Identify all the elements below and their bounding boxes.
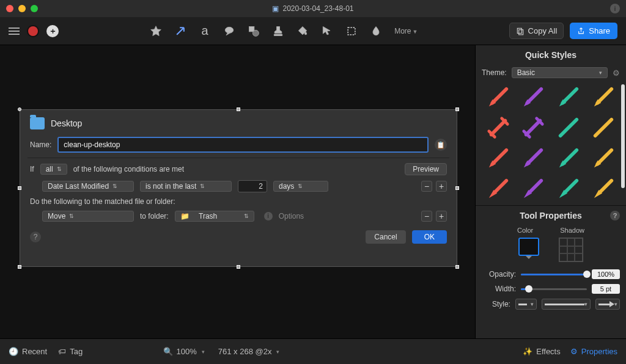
line-end-select[interactable]: ▾ — [595, 299, 620, 310]
add-condition-button[interactable]: + — [436, 181, 447, 192]
style-swatch[interactable] — [518, 176, 549, 202]
add-button[interactable]: ＋ — [46, 25, 59, 37]
gear-icon: ⚙ — [570, 347, 578, 356]
share-button[interactable]: Share — [570, 23, 617, 39]
blur-tool-icon[interactable] — [370, 25, 382, 37]
condition-number-input[interactable] — [238, 180, 267, 192]
canvas[interactable]: Desktop Name: 📋 If all⇅ of the following… — [0, 45, 475, 338]
style-swatch[interactable] — [483, 145, 514, 171]
opacity-label: Opacity: — [482, 270, 516, 278]
style-swatch[interactable] — [553, 176, 584, 202]
destination-select[interactable]: 📁 Trash⇅ — [175, 211, 254, 222]
resize-handle[interactable] — [18, 107, 21, 111]
style-swatch[interactable] — [518, 145, 549, 171]
favorite-tool-icon[interactable] — [150, 25, 162, 37]
tool-properties-title: Tool Properties — [520, 211, 582, 220]
condition-unit: days — [279, 182, 294, 191]
theme-select[interactable]: Basic▾ — [512, 67, 608, 78]
more-tools[interactable]: More▼ — [394, 27, 418, 35]
menu-icon[interactable] — [9, 27, 20, 35]
condition-op-select[interactable]: is not in the last⇅ — [140, 181, 232, 192]
tag-label: Tag — [70, 347, 83, 356]
style-swatch[interactable] — [553, 115, 584, 140]
maximize-window[interactable] — [31, 5, 38, 12]
record-button[interactable] — [28, 26, 38, 36]
arrow-tool-icon[interactable] — [174, 25, 186, 37]
gear-icon[interactable]: ⚙ — [613, 68, 620, 78]
opacity-slider[interactable] — [521, 270, 587, 278]
help-icon[interactable]: ? — [30, 231, 41, 242]
svg-line-14 — [491, 121, 505, 135]
resize-handle[interactable] — [455, 186, 459, 190]
cancel-button[interactable]: Cancel — [366, 230, 405, 244]
scope-value: all — [46, 165, 53, 173]
more-label: More — [394, 27, 411, 35]
resize-handle[interactable] — [18, 186, 21, 190]
text-tool-icon[interactable]: a — [199, 25, 211, 37]
style-swatch[interactable] — [518, 84, 549, 110]
scope-select[interactable]: all⇅ — [40, 164, 67, 175]
stamp-tool-icon[interactable] — [272, 25, 284, 37]
opacity-value[interactable]: 100% — [592, 269, 620, 279]
shape-tool-icon[interactable] — [248, 25, 260, 37]
style-swatch[interactable] — [589, 176, 619, 202]
style-swatch[interactable] — [589, 84, 619, 110]
zoom-indicator[interactable]: 🔍100%▾ — [163, 347, 205, 356]
properties-button[interactable]: ⚙Properties — [570, 347, 617, 356]
fill-tool-icon[interactable] — [296, 25, 309, 37]
recent-button[interactable]: 🕘Recent — [9, 347, 47, 356]
scroll-indicator[interactable] — [621, 84, 625, 188]
resize-handle[interactable] — [455, 107, 459, 111]
help-icon[interactable]: ? — [610, 211, 620, 220]
style-swatch[interactable] — [589, 115, 619, 140]
style-swatch[interactable] — [483, 115, 514, 140]
width-slider[interactable] — [521, 285, 587, 293]
paste-icon[interactable]: 📋 — [435, 139, 447, 151]
condition-unit-select[interactable]: days⇅ — [273, 181, 328, 192]
copy-all-button[interactable]: Copy All — [509, 23, 564, 39]
remove-action-button[interactable]: − — [421, 211, 432, 222]
info-icon[interactable]: i — [610, 4, 620, 13]
resize-handle[interactable] — [237, 265, 240, 269]
resize-handle[interactable] — [237, 107, 240, 111]
select-tool-icon[interactable] — [321, 25, 333, 37]
style-swatch[interactable] — [483, 176, 514, 202]
svg-line-6 — [492, 89, 506, 103]
style-swatch[interactable] — [553, 84, 584, 110]
svg-line-10 — [562, 89, 576, 103]
options-label[interactable]: Options — [279, 212, 304, 220]
theme-label: Theme: — [482, 68, 507, 77]
remove-condition-button[interactable]: − — [421, 181, 432, 192]
style-swatch[interactable] — [483, 84, 514, 110]
action-select[interactable]: Move⇅ — [42, 211, 134, 222]
svg-line-36 — [600, 181, 612, 192]
resize-handle[interactable] — [18, 265, 21, 269]
close-window[interactable] — [6, 5, 13, 12]
style-swatch[interactable] — [518, 115, 549, 140]
shadow-picker[interactable] — [559, 238, 583, 262]
svg-line-34 — [565, 181, 576, 192]
svg-line-17 — [526, 121, 540, 135]
minimize-window[interactable] — [18, 5, 26, 12]
resize-handle[interactable] — [455, 265, 459, 269]
callout-tool-icon[interactable] — [223, 25, 235, 37]
rule-name-input[interactable] — [57, 137, 429, 153]
color-picker[interactable] — [518, 238, 539, 256]
to-folder-label: to folder: — [140, 212, 169, 220]
effects-button[interactable]: ✨Effects — [523, 347, 561, 356]
style-swatch[interactable] — [589, 145, 619, 171]
conditions-text: of the following conditions are met — [73, 165, 184, 173]
window-title-text: 2020-03-04_23-48-01 — [282, 4, 353, 13]
style-swatch[interactable] — [553, 145, 584, 171]
crop-tool-icon[interactable] — [345, 25, 358, 37]
tag-button[interactable]: 🏷Tag — [58, 347, 83, 356]
width-value[interactable]: 5 pt — [592, 284, 620, 294]
condition-field-select[interactable]: Date Last Modified⇅ — [42, 181, 134, 192]
preview-button[interactable]: Preview — [405, 163, 447, 175]
width-label: Width: — [482, 285, 516, 293]
selection[interactable]: Desktop Name: 📋 If all⇅ of the following… — [20, 109, 457, 267]
ok-button[interactable]: OK — [412, 230, 447, 244]
line-style-select[interactable]: ▾ — [542, 299, 591, 310]
line-start-select[interactable]: ▾ — [515, 299, 537, 310]
add-action-button[interactable]: + — [436, 211, 447, 222]
